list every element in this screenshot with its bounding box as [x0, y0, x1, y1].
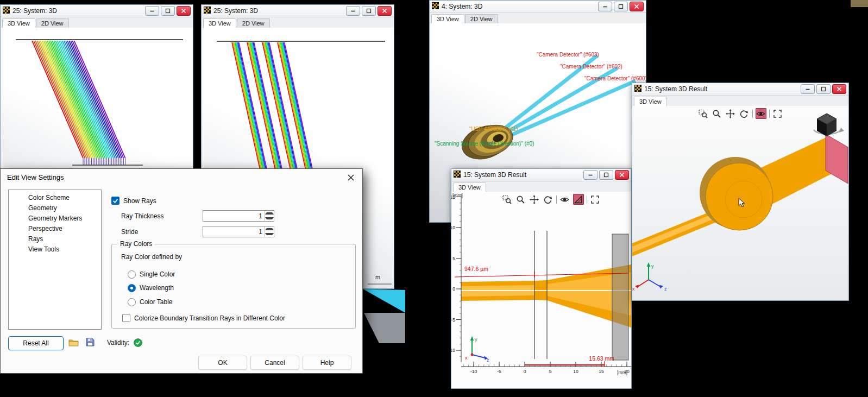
zoom-window-icon[interactable] — [502, 194, 513, 205]
eye-icon[interactable] — [756, 108, 766, 119]
toolbar-separator — [769, 110, 770, 118]
close-button[interactable] — [615, 170, 629, 180]
maximize-button[interactable] — [161, 6, 175, 16]
zoom-icon[interactable] — [712, 108, 722, 119]
titlebar[interactable]: 15: System 3D Result — [632, 83, 848, 96]
close-button[interactable] — [630, 2, 644, 11]
save-icon[interactable] — [83, 336, 97, 348]
st ride-input[interactable]: 1 — [203, 226, 274, 237]
color-table-radio[interactable] — [128, 298, 136, 306]
maximize-button[interactable] — [362, 6, 376, 16]
maximize-button[interactable] — [816, 84, 831, 94]
label-camera-detector-602[interactable]: "Camera Detector" (#602) — [560, 64, 622, 70]
titlebar[interactable]: 15: System 3D Result — [451, 169, 631, 181]
ray-thickness-value: 1 — [259, 212, 262, 220]
edit-view-settings-dialog: Edit View Settings Color SchemeGeometryG… — [0, 168, 363, 374]
settings-category[interactable]: Geometry — [9, 203, 101, 213]
close-button[interactable] — [378, 6, 392, 16]
settings-category[interactable]: Rays — [9, 234, 101, 244]
settings-category[interactable]: Geometry Markers — [9, 213, 101, 224]
app-icon — [432, 2, 439, 11]
ray-thickness-label: Ray Thickness — [121, 212, 163, 220]
stride-label: Stride — [121, 228, 138, 236]
pan-icon[interactable] — [725, 108, 736, 119]
titlebar[interactable]: 4: System: 3D — [430, 1, 646, 13]
rotate-icon[interactable] — [739, 108, 750, 119]
desktop: 25: System: 3D 3D View 2D View 25: Syste… — [0, 0, 868, 397]
wavelength-radio[interactable] — [128, 284, 136, 292]
settings-category[interactable]: Color Scheme — [9, 193, 101, 203]
toolbar-separator — [556, 196, 557, 204]
ray-thickness-input[interactable]: 1 — [203, 210, 274, 222]
viewport-beam-profile[interactable]: 947.6 µm 15.63 mm 151050-5-10-10-5051015… — [451, 192, 631, 388]
svg-text:5: 5 — [549, 369, 552, 374]
minimize-button[interactable] — [598, 2, 612, 11]
spinner-up[interactable] — [265, 211, 274, 216]
app-icon — [634, 85, 641, 93]
fullscreen-icon[interactable] — [590, 194, 601, 205]
svg-text:0: 0 — [452, 286, 455, 292]
validity-check-icon — [131, 337, 145, 349]
maximize-button[interactable] — [614, 2, 628, 11]
svg-text:0: 0 — [524, 369, 526, 374]
settings-category[interactable]: View Tools — [9, 244, 101, 255]
label-camera-detector-603[interactable]: "Camera Detector" (#603) — [537, 52, 599, 58]
minimize-button[interactable] — [801, 84, 815, 94]
minimize-button[interactable] — [583, 170, 597, 180]
close-icon[interactable] — [347, 173, 355, 182]
window-title: 25: System: 3D — [213, 7, 346, 15]
spinner-down[interactable] — [265, 232, 274, 237]
toolbar-separator — [752, 110, 753, 118]
axis-x-label: x — [465, 355, 468, 361]
single-color-radio[interactable] — [128, 270, 136, 279]
spinner-up[interactable] — [265, 226, 274, 232]
maximize-button[interactable] — [599, 170, 613, 180]
minimize-button[interactable] — [346, 6, 360, 16]
tab-2d-view[interactable]: 2D View — [237, 18, 270, 28]
cancel-button[interactable]: Cancel — [250, 356, 299, 370]
settings-category[interactable]: Perspective — [9, 224, 101, 234]
close-button[interactable] — [832, 84, 846, 94]
svg-text:-5: -5 — [451, 317, 455, 323]
pan-icon[interactable] — [529, 194, 540, 205]
ray-color-defined-by-label: Ray Color defined by — [121, 253, 182, 261]
zoom-window-icon[interactable] — [698, 108, 709, 119]
colorize-boundary-checkbox[interactable] — [122, 314, 130, 322]
tab-2d-view[interactable]: 2D View — [465, 14, 498, 24]
toolbar-separator — [587, 196, 587, 204]
axis-y-label: y — [475, 337, 477, 342]
background-window-fragment — [851, 0, 868, 7]
spinner-down[interactable] — [265, 216, 274, 222]
axis-y-label: y — [651, 263, 654, 269]
eye-icon[interactable] — [559, 194, 570, 205]
ok-button[interactable]: OK — [198, 356, 247, 370]
reset-all-button[interactable]: Reset All — [8, 336, 64, 350]
show-rays-label: Show Rays — [123, 197, 156, 205]
zoom-icon[interactable] — [515, 194, 526, 205]
titlebar[interactable]: 25: System: 3D — [1, 5, 193, 17]
fullscreen-icon[interactable] — [772, 108, 783, 119]
help-button[interactable]: Help — [303, 356, 351, 370]
rotate-icon[interactable] — [543, 194, 553, 205]
svg-text:947.6 µm: 947.6 µm — [464, 266, 488, 272]
validity-label: Validity: — [107, 339, 129, 346]
open-folder-icon[interactable] — [67, 337, 81, 349]
window-system-3d-result-profile: 15: System 3D Result 3D View — [451, 168, 632, 389]
tab-2d-view[interactable]: 2D View — [36, 18, 69, 28]
window-title: 25: System: 3D — [12, 7, 145, 15]
color-table-label: Color Table — [140, 298, 172, 306]
colorize-boundary-label: Colorize Boundary Transition Rays in Dif… — [134, 314, 285, 322]
window-title: 15: System 3D Result — [644, 85, 801, 93]
close-button[interactable] — [177, 6, 191, 16]
dialog-title: Edit View Settings — [7, 173, 64, 181]
show-rays-checkbox[interactable] — [111, 197, 119, 205]
minimize-button[interactable] — [145, 6, 159, 16]
label-camera-detector-600[interactable]: "Camera Detector" (#600) — [584, 75, 646, 81]
viewport-3d-result[interactable]: x y z — [632, 106, 848, 300]
measure-icon[interactable] — [573, 194, 584, 205]
label-usp-component[interactable]: "USP 4438337" (#1) — [469, 126, 518, 132]
axis-z-label: z — [487, 357, 489, 363]
detector-plane[interactable] — [826, 134, 848, 184]
titlebar[interactable]: 25: System: 3D — [202, 5, 394, 17]
window-title: 4: System: 3D — [442, 3, 598, 10]
